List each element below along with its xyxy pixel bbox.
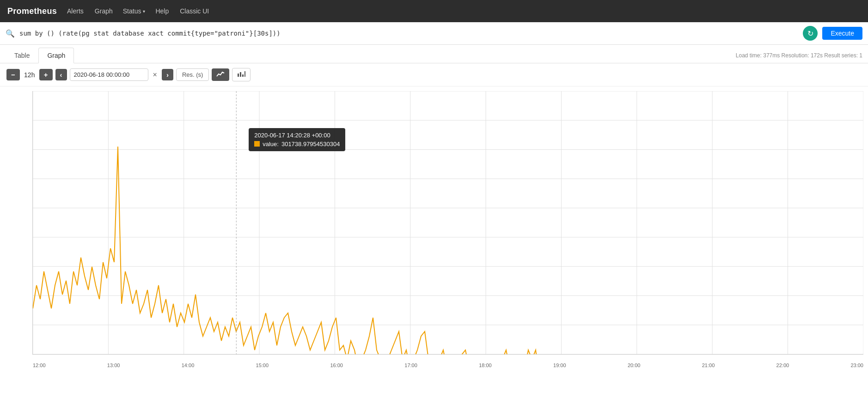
x-label-9: 21:00 (702, 363, 715, 368)
x-axis-labels: 12:00 13:00 14:00 15:00 16:00 17:00 18:0… (33, 363, 863, 368)
svg-rect-2 (242, 74, 244, 77)
refresh-button[interactable]: ↻ (803, 26, 818, 41)
range-label: 12h (23, 71, 37, 79)
nav-graph[interactable]: Graph (94, 6, 114, 17)
svg-rect-3 (245, 71, 245, 77)
nav-alerts[interactable]: Alerts (66, 6, 85, 17)
chart-inner: 2020-06-17 14:20:28 +00:00 value: 301738… (32, 91, 863, 355)
chart-container: 325.0k 300.0k 275.0k 250.0k 225.0k 200.0… (0, 86, 868, 373)
meta-info: Load time: 377ms Resolution: 172s Result… (736, 52, 862, 59)
nav-status-dropdown[interactable]: Status ▾ (123, 7, 146, 15)
bar-chart-icon (237, 71, 245, 77)
resolution-button[interactable]: Res. (s) (176, 68, 209, 81)
x-label-1: 13:00 (107, 363, 120, 368)
x-label-4: 16:00 (330, 363, 343, 368)
x-label-7: 19:00 (553, 363, 566, 368)
x-label-10: 22:00 (776, 363, 789, 368)
zoom-in-button[interactable]: + (39, 69, 53, 80)
x-label-2: 14:00 (182, 363, 195, 368)
bar-chart-button[interactable] (232, 68, 251, 81)
x-label-8: 20:00 (628, 363, 641, 368)
svg-rect-1 (240, 72, 241, 77)
line-chart-icon (216, 71, 225, 77)
line-chart-button[interactable] (212, 68, 229, 81)
x-label-0: 12:00 (33, 363, 46, 368)
x-label-3: 15:00 (256, 363, 269, 368)
zoom-out-button[interactable]: − (6, 69, 20, 80)
tab-table[interactable]: Table (6, 48, 38, 63)
tab-graph[interactable]: Graph (38, 48, 74, 63)
execute-button[interactable]: Execute (822, 27, 862, 40)
x-label-6: 18:00 (479, 363, 492, 368)
next-time-button[interactable]: › (162, 69, 173, 80)
prev-time-button[interactable]: ‹ (55, 69, 67, 80)
navbar: Prometheus Alerts Graph Status ▾ Help Cl… (0, 0, 868, 22)
navbar-brand: Prometheus (7, 6, 57, 16)
tabs: Table Graph (6, 48, 74, 63)
chart-svg (33, 91, 863, 354)
tabs-row: Table Graph Load time: 377ms Resolution:… (0, 45, 868, 63)
search-bar: 🔍 ↻ Execute (0, 22, 868, 45)
chevron-down-icon: ▾ (143, 9, 145, 14)
x-label-5: 17:00 (404, 363, 417, 368)
search-icon: 🔍 (6, 29, 15, 38)
query-input[interactable] (19, 30, 798, 37)
svg-rect-0 (238, 74, 239, 77)
nav-help[interactable]: Help (154, 6, 170, 17)
datetime-input[interactable] (70, 68, 148, 81)
controls-row: − 12h + ‹ × › Res. (s) (0, 63, 868, 86)
clear-datetime-button[interactable]: × (151, 71, 159, 79)
nav-classic-ui[interactable]: Classic UI (179, 6, 210, 17)
x-label-11: 23:00 (850, 363, 863, 368)
